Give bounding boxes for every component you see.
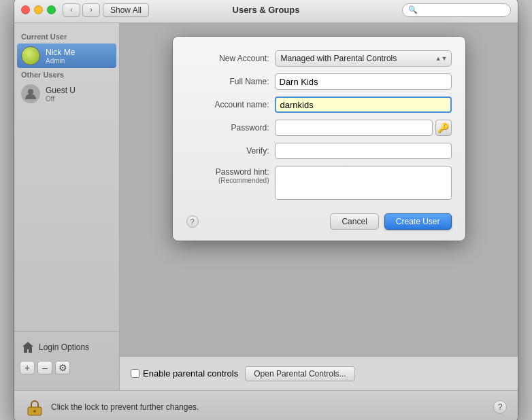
gear-button[interactable]: ⚙ (55, 361, 70, 374)
password-hint-row: Password hint: (Recommended) (173, 166, 465, 200)
current-user-info: Nick Me Admin (46, 48, 75, 65)
nav-buttons: ‹ › (63, 3, 100, 17)
new-account-select[interactable]: Managed with Parental Controls (275, 50, 452, 67)
bottom-bar: Click the lock to prevent further change… (14, 390, 518, 420)
house-icon (21, 340, 35, 354)
account-name-label: Account name: (186, 97, 275, 112)
forward-button[interactable]: › (82, 3, 100, 17)
new-account-row: New Account: Managed with Parental Contr… (173, 50, 465, 67)
sidebar-bottom: Login Options + – ⚙ (14, 331, 119, 383)
guest-user-name: Guest U (46, 86, 76, 95)
dialog-help-button[interactable]: ? (186, 215, 199, 228)
minimize-button[interactable] (34, 5, 43, 14)
window-title: Users & Groups (233, 5, 300, 15)
search-box[interactable]: 🔍 (402, 3, 511, 17)
maximize-button[interactable] (47, 5, 56, 14)
password-row: Password: 🔑 (173, 120, 465, 136)
right-panel: New Account: Managed with Parental Contr… (120, 23, 518, 390)
enable-parental-controls-checkbox[interactable] (131, 369, 139, 378)
create-user-dialog: New Account: Managed with Parental Contr… (173, 37, 465, 241)
panel-top: New Account: Managed with Parental Contr… (120, 23, 518, 356)
password-hint-sub: (Recommended) (186, 177, 269, 184)
new-account-select-wrapper: Managed with Parental Controls ▲▼ (275, 50, 452, 67)
sidebar-item-guest[interactable]: Guest U Off (14, 82, 119, 106)
full-name-input[interactable] (275, 73, 452, 90)
create-user-button[interactable]: Create User (384, 213, 452, 230)
verify-row: Verify: (173, 143, 465, 159)
login-options-item[interactable]: Login Options (14, 337, 119, 357)
search-icon: 🔍 (408, 5, 418, 14)
svg-point-0 (28, 89, 33, 94)
password-input-row: 🔑 (275, 120, 452, 136)
password-label: Password: (186, 120, 275, 135)
sidebar-action-buttons: + – ⚙ (14, 357, 119, 378)
cancel-button[interactable]: Cancel (330, 213, 378, 230)
open-parental-controls-button[interactable]: Open Parental Controls... (245, 366, 354, 381)
current-user-role: Admin (46, 57, 75, 65)
sidebar: Current User Nick Me Admin Other Users G… (14, 23, 120, 390)
other-users-label: Other Users (14, 68, 119, 82)
login-options-label: Login Options (39, 343, 89, 352)
account-name-row: Account name: (173, 97, 465, 113)
verify-label: Verify: (186, 143, 275, 158)
new-account-label: New Account: (186, 51, 275, 66)
guest-user-info: Guest U Off (46, 86, 76, 103)
main-window: ‹ › Show All Users & Groups 🔍 Current Us… (14, 0, 518, 420)
traffic-lights (21, 5, 56, 14)
add-user-button[interactable]: + (20, 361, 35, 374)
sidebar-item-current-user[interactable]: Nick Me Admin (17, 43, 116, 68)
current-user-name: Nick Me (46, 48, 75, 57)
parental-controls-checkbox-row: Enable parental controls (131, 368, 238, 379)
dialog-buttons: ? Cancel Create User (173, 207, 465, 230)
lock-text: Click the lock to prevent further change… (51, 402, 486, 412)
titlebar: ‹ › Show All Users & Groups 🔍 (14, 0, 518, 23)
full-name-label: Full Name: (186, 74, 275, 89)
svg-point-2 (33, 410, 36, 413)
password-hint-textarea[interactable] (275, 166, 452, 200)
full-name-row: Full Name: (173, 73, 465, 90)
panel-bottom: Enable parental controls Open Parental C… (120, 356, 518, 390)
parental-controls-label: Enable parental controls (143, 368, 238, 379)
remove-user-button[interactable]: – (37, 361, 52, 374)
verify-input[interactable] (275, 143, 452, 159)
account-name-input[interactable] (275, 97, 452, 113)
bottom-help-button[interactable]: ? (493, 400, 507, 414)
close-button[interactable] (21, 5, 30, 14)
password-hint-label: Password hint: (Recommended) (186, 166, 275, 184)
avatar (21, 46, 40, 65)
lock-icon[interactable] (25, 398, 44, 417)
show-all-button[interactable]: Show All (103, 3, 149, 17)
guest-user-status: Off (46, 95, 76, 103)
current-user-label: Current User (14, 30, 119, 43)
main-content: Current User Nick Me Admin Other Users G… (14, 23, 518, 390)
dialog-overlay: New Account: Managed with Parental Contr… (120, 23, 518, 356)
back-button[interactable]: ‹ (63, 3, 80, 17)
guest-avatar (21, 84, 40, 103)
key-button[interactable]: 🔑 (435, 120, 452, 136)
password-input[interactable] (275, 120, 433, 136)
